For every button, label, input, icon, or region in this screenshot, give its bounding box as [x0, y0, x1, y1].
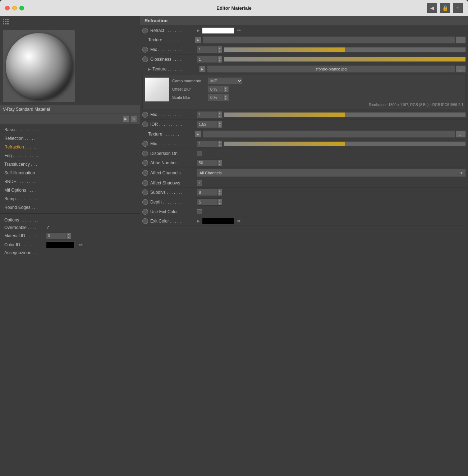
ior-down[interactable]: ▼: [217, 124, 222, 128]
mix3-radio[interactable]: [142, 141, 148, 147]
mix3-down[interactable]: ▼: [217, 144, 222, 147]
subdivs-down[interactable]: ▼: [217, 192, 222, 196]
maximize-button[interactable]: [19, 6, 24, 10]
dispersion-on-radio[interactable]: [142, 151, 148, 156]
sidebar-item-mtl-options[interactable]: Mtl Options . . . .: [0, 186, 140, 194]
ior-radio[interactable]: [142, 122, 148, 127]
refract-radio[interactable]: [142, 28, 148, 33]
exit-color-swatch[interactable]: [202, 218, 234, 224]
depth-spinbox[interactable]: 5 ▲ ▼: [197, 198, 222, 206]
material-id-spinbox[interactable]: 0 ▲ ▼: [46, 232, 71, 239]
affect-shadows-checkbox[interactable]: [197, 180, 202, 186]
abbe-number-spinbox[interactable]: 50 ▲ ▼: [197, 159, 222, 166]
subdivs-up[interactable]: ▲: [217, 189, 222, 192]
mix1-up[interactable]: ▲: [217, 46, 222, 50]
material-id-down[interactable]: ▼: [66, 236, 71, 239]
offset-blur-down[interactable]: ▼: [223, 89, 228, 92]
depth-up[interactable]: ▲: [217, 199, 222, 202]
texture1-play-btn[interactable]: ▶: [195, 37, 201, 43]
scala-blur-up[interactable]: ▲: [223, 95, 228, 97]
exit-color-eyedropper[interactable]: ✏: [237, 219, 241, 224]
material-id-up[interactable]: ▲: [66, 233, 71, 236]
abbe-number-radio[interactable]: [142, 160, 148, 166]
lock-button[interactable]: 🔒: [440, 3, 450, 13]
mix2-slider[interactable]: [224, 112, 466, 117]
abbe-number-down[interactable]: ▼: [217, 163, 222, 166]
ior-up[interactable]: ▲: [217, 121, 222, 124]
nav-bar: ▶ ↖: [0, 114, 140, 124]
mix1-slider[interactable]: [224, 47, 466, 52]
affect-channels-radio[interactable]: [142, 170, 148, 176]
sidebar-item-self-illumination[interactable]: Self-Illumination: [0, 169, 140, 177]
texture2-play-btn[interactable]: ▶: [199, 66, 206, 72]
sidebar-item-brdf[interactable]: BRDF . . . . . . . . .: [0, 177, 140, 186]
affect-shadows-radio[interactable]: [142, 180, 148, 186]
mix1-down[interactable]: ▼: [217, 50, 222, 53]
depth-down[interactable]: ▼: [217, 202, 222, 205]
nav-expand-button[interactable]: ▶: [123, 116, 129, 122]
refract-color-swatch[interactable]: [202, 27, 234, 34]
glossiness-down[interactable]: ▼: [217, 59, 222, 63]
color-id-eyedropper[interactable]: ✏: [79, 242, 83, 247]
sidebar-item-basic[interactable]: Basic . . . . . . . . . .: [0, 125, 140, 134]
exit-color-radio[interactable]: [142, 218, 148, 224]
texture2-bar[interactable]: sfondo-bianco.jpg: [207, 65, 455, 73]
window-title: Editor Materiale: [216, 5, 252, 11]
texture3-bar[interactable]: [203, 131, 455, 138]
color-id-swatch[interactable]: [46, 242, 75, 248]
add-button[interactable]: ＋: [453, 3, 463, 13]
sidebar-item-reflection[interactable]: Reflection . . . . .: [0, 134, 140, 143]
minimize-button[interactable]: [12, 6, 17, 10]
sidebar-item-translucency[interactable]: Translucency . . .: [0, 160, 140, 169]
affect-shadows-label: Affect Shadows: [150, 180, 197, 186]
texture3-play-btn[interactable]: ▶: [195, 131, 201, 137]
refract-eyedropper[interactable]: ✏: [237, 28, 241, 33]
ior-spinbox[interactable]: 1.52 ▲ ▼: [197, 121, 222, 128]
scala-blur-spinbox[interactable]: 0 % ▲ ▼: [208, 94, 229, 101]
depth-radio[interactable]: [142, 199, 148, 205]
abbe-number-up[interactable]: ▲: [217, 160, 222, 163]
subdivs-spinbox[interactable]: 8 ▲ ▼: [197, 189, 222, 196]
sidebar-item-fog[interactable]: Fog . . . . . . . . . . .: [0, 151, 140, 160]
glossiness-radio[interactable]: [142, 56, 148, 62]
sidebar-item-refraction[interactable]: Refraction . . . . .: [0, 143, 140, 151]
mix2-radio[interactable]: [142, 112, 148, 118]
glossiness-up[interactable]: ▲: [217, 56, 222, 59]
mix3-spinbox[interactable]: 1 ▲ ▼: [197, 140, 222, 147]
mix1-radio[interactable]: [142, 47, 148, 52]
sidebar-item-bump[interactable]: Bump . . . . . . . . .: [0, 194, 140, 203]
texture2-expand-arrow[interactable]: ▶: [148, 67, 152, 71]
close-button[interactable]: [5, 6, 10, 10]
subdivs-radio[interactable]: [142, 189, 148, 195]
glossiness-slider[interactable]: [224, 57, 466, 62]
texture1-dots-btn[interactable]: …: [456, 36, 466, 44]
nav-cursor-button[interactable]: ↖: [130, 116, 137, 122]
campionamento-select[interactable]: MIP None Summed Area: [208, 77, 243, 84]
main-content: V-Ray Standard Material ▶ ↖ Basic . . . …: [0, 16, 468, 476]
texture3-dots-btn[interactable]: …: [456, 131, 466, 138]
mix2-up[interactable]: ▲: [217, 111, 222, 115]
texture2-dots-btn[interactable]: …: [456, 65, 466, 73]
dispersion-on-checkbox[interactable]: [197, 151, 202, 156]
options-title: Options . . . . . . . .: [4, 218, 44, 223]
use-exit-color-checkbox[interactable]: [197, 209, 202, 214]
refract-arrow[interactable]: ▶: [197, 28, 202, 32]
mix2-down[interactable]: ▼: [217, 115, 222, 118]
mix2-spinbox[interactable]: 1 ▲ ▼: [197, 111, 222, 118]
material-name: V-Ray Standard Material: [0, 105, 140, 114]
nav-back-button[interactable]: ◀: [427, 3, 437, 13]
mix1-spinbox[interactable]: 1 ▲ ▼: [197, 46, 222, 53]
sidebar-item-round-edges[interactable]: Round Edges . . .: [0, 203, 140, 212]
mix3-slider[interactable]: [224, 141, 466, 146]
affect-channels-dropdown[interactable]: All Channels ▼: [197, 169, 466, 177]
glossiness-spinbox[interactable]: 1 ▲ ▼: [197, 56, 222, 63]
glossiness-label: Glossiness . . . .: [150, 57, 197, 62]
texture1-bar[interactable]: [203, 36, 455, 44]
offset-blur-spinbox[interactable]: 0 % ▲ ▼: [208, 86, 229, 93]
mix3-label: Mix . . . . . . . . . .: [150, 141, 197, 146]
exit-color-arrow[interactable]: ▶: [197, 219, 202, 223]
use-exit-color-radio[interactable]: [142, 209, 148, 215]
offset-blur-up[interactable]: ▲: [223, 87, 228, 89]
mix3-up[interactable]: ▲: [217, 141, 222, 144]
scala-blur-down[interactable]: ▼: [223, 97, 228, 100]
